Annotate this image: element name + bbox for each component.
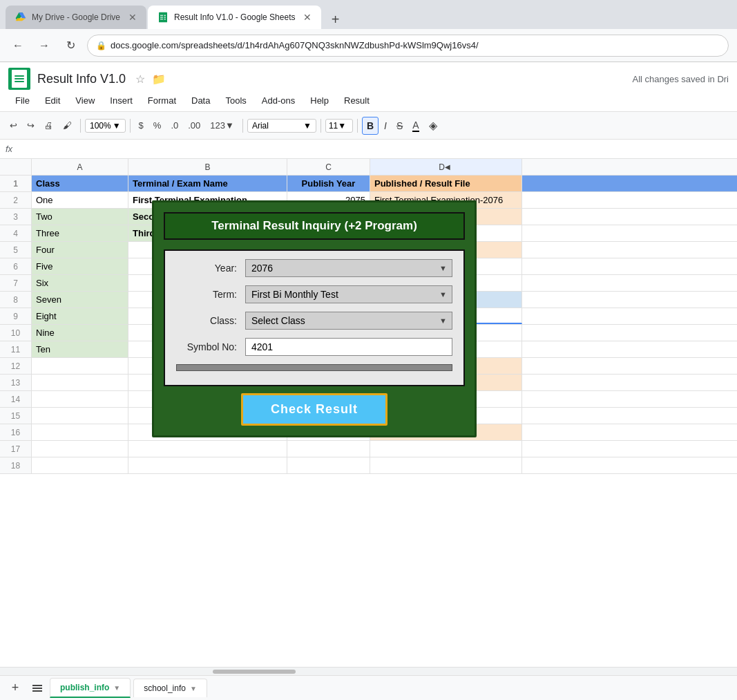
col-d-resize[interactable]: ◀ bbox=[445, 163, 453, 171]
zoom-selector[interactable]: 100% ▼ bbox=[85, 119, 126, 133]
menu-addons[interactable]: Add-ons bbox=[255, 93, 302, 108]
cell-a6[interactable]: Five bbox=[32, 258, 128, 274]
cell-a5[interactable]: Four bbox=[32, 242, 128, 258]
menu-file[interactable]: File bbox=[8, 93, 37, 108]
cell-b18[interactable] bbox=[128, 457, 287, 473]
cell-a9[interactable]: Eight bbox=[32, 308, 128, 324]
tab-drive-close[interactable]: ✕ bbox=[128, 12, 137, 23]
sheet-tab-arrow[interactable]: ▼ bbox=[113, 684, 120, 692]
menu-insert[interactable]: Insert bbox=[103, 93, 140, 108]
cell-c1[interactable]: Publish Year bbox=[287, 176, 370, 191]
bold-button[interactable]: B bbox=[362, 117, 379, 135]
cell-a7[interactable]: Six bbox=[32, 275, 128, 291]
cell-a15[interactable] bbox=[32, 408, 128, 424]
new-tab-button[interactable]: + bbox=[325, 10, 345, 29]
font-size-selector[interactable]: 11 ▼ bbox=[325, 119, 353, 133]
zoom-arrow: ▼ bbox=[113, 121, 121, 131]
menu-format[interactable]: Format bbox=[141, 93, 183, 108]
toolbar-separator-4 bbox=[320, 119, 321, 133]
cell-a11[interactable]: Ten bbox=[32, 341, 128, 357]
cell-b17[interactable] bbox=[128, 441, 287, 457]
cell-a16[interactable] bbox=[32, 424, 128, 440]
col-header-d[interactable]: D ◀ bbox=[370, 159, 522, 175]
row-number: 12 bbox=[0, 358, 32, 374]
cell-a2[interactable]: One bbox=[32, 192, 128, 208]
check-result-button[interactable]: Check Result bbox=[241, 393, 387, 426]
cell-a1[interactable]: Class bbox=[32, 176, 128, 191]
undo-button[interactable]: ↩ bbox=[6, 117, 21, 133]
print-button[interactable]: 🖨 bbox=[40, 117, 57, 133]
format-dollar[interactable]: $ bbox=[135, 117, 148, 133]
term-control: First Terminal Examination Second Termin… bbox=[245, 285, 452, 303]
cell-a17[interactable] bbox=[32, 441, 128, 457]
cell-a8[interactable]: Seven bbox=[32, 292, 128, 308]
cell-a3[interactable]: Two bbox=[32, 209, 128, 225]
tab-drive[interactable]: My Drive - Google Drive ✕ bbox=[6, 6, 146, 29]
back-button[interactable]: ← bbox=[8, 36, 28, 55]
italic-button[interactable]: I bbox=[380, 117, 391, 134]
cell-d18[interactable] bbox=[370, 457, 522, 473]
cell-d17[interactable] bbox=[370, 441, 522, 457]
cell-a13[interactable] bbox=[32, 375, 128, 390]
symbol-input[interactable] bbox=[245, 338, 452, 356]
col-header-a[interactable]: A bbox=[32, 159, 128, 175]
sheet-tab-publish-info-label: publish_info bbox=[60, 683, 109, 692]
sheet-tabs: + publish_info ▼ school_info ▼ bbox=[0, 675, 737, 700]
paint-bucket-button[interactable]: ◈ bbox=[425, 116, 441, 135]
cell-a14[interactable] bbox=[32, 391, 128, 407]
cell-a12[interactable] bbox=[32, 358, 128, 374]
font-size-value: 11 bbox=[329, 121, 338, 131]
folder-icon[interactable]: 📁 bbox=[152, 73, 166, 86]
menu-data[interactable]: Data bbox=[184, 93, 217, 108]
refresh-button[interactable]: ↻ bbox=[61, 36, 80, 55]
url-bar[interactable]: 🔒 docs.google.com/spreadsheets/d/1h4rdAh… bbox=[87, 35, 729, 57]
font-selector[interactable]: Arial ▼ bbox=[247, 119, 316, 133]
row-number: 14 bbox=[0, 391, 32, 407]
col-header-c[interactable]: C bbox=[287, 159, 370, 175]
add-sheet-button[interactable]: + bbox=[6, 679, 25, 698]
format-more[interactable]: 123▼ bbox=[206, 117, 238, 133]
menu-help[interactable]: Help bbox=[303, 93, 336, 108]
menu-result[interactable]: Result bbox=[337, 93, 376, 108]
year-select[interactable]: 2075 2076 2077 bbox=[245, 259, 452, 277]
sheet-tab-publish-info[interactable]: publish_info ▼ bbox=[50, 678, 131, 698]
format-percent[interactable]: % bbox=[149, 117, 166, 133]
cell-d1[interactable]: Published / Result File bbox=[370, 176, 522, 191]
row-number: 8 bbox=[0, 292, 32, 308]
row-number: 15 bbox=[0, 408, 32, 424]
term-select[interactable]: First Terminal Examination Second Termin… bbox=[245, 285, 452, 303]
cell-c18[interactable] bbox=[287, 457, 370, 473]
check-btn-row: Check Result bbox=[164, 393, 465, 426]
menu-view[interactable]: View bbox=[68, 93, 102, 108]
cell-a4[interactable]: Three bbox=[32, 225, 128, 241]
col-header-b[interactable]: B bbox=[128, 159, 287, 175]
horizontal-scrollbar[interactable] bbox=[0, 667, 737, 675]
paint-format-button[interactable]: 🖌 bbox=[59, 117, 76, 133]
cell-a10[interactable]: Nine bbox=[32, 325, 128, 341]
format-decimal1[interactable]: .0 bbox=[166, 117, 182, 133]
sheet-list-button[interactable] bbox=[28, 679, 47, 698]
strikethrough-button[interactable]: S bbox=[392, 117, 407, 134]
star-icon[interactable]: ☆ bbox=[135, 73, 145, 86]
forward-button[interactable]: → bbox=[35, 36, 54, 55]
tab-sheets[interactable]: Result Info V1.0 - Google Sheets ✕ bbox=[148, 6, 321, 29]
cell-a18[interactable] bbox=[32, 457, 128, 473]
fx-label: fx bbox=[6, 144, 12, 154]
sheet-tab-school-info-label: school_info bbox=[144, 683, 186, 693]
menu-edit[interactable]: Edit bbox=[38, 93, 67, 108]
year-select-wrapper: 2075 2076 2077 bbox=[245, 259, 452, 277]
redo-button[interactable]: ↪ bbox=[23, 117, 39, 133]
format-decimal2[interactable]: .00 bbox=[184, 117, 204, 133]
menu-tools[interactable]: Tools bbox=[218, 93, 253, 108]
cell-b1[interactable]: Terminal / Exam Name bbox=[128, 176, 287, 191]
sheet-tab-school-info[interactable]: school_info ▼ bbox=[133, 679, 207, 697]
toolbar: ↩ ↪ 🖨 🖌 100% ▼ $ % .0 .00 123▼ Arial ▼ 1… bbox=[0, 112, 737, 140]
scrollbar-thumb[interactable] bbox=[213, 670, 296, 674]
class-select-wrapper: Select Class 11 12 bbox=[245, 312, 452, 330]
tab-sheets-close[interactable]: ✕ bbox=[303, 12, 312, 23]
class-select[interactable]: Select Class 11 12 bbox=[245, 312, 452, 330]
text-color-button[interactable]: A bbox=[408, 117, 423, 135]
cell-c17[interactable] bbox=[287, 441, 370, 457]
sheet-tab-arrow-2[interactable]: ▼ bbox=[190, 685, 197, 692]
hamburger-icon bbox=[32, 683, 42, 693]
